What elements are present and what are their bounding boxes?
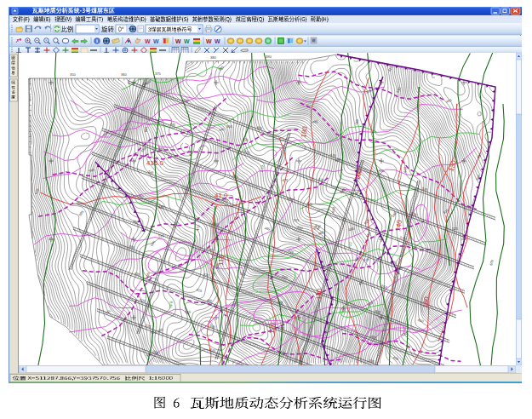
svg-text:515: 515 xyxy=(185,309,192,314)
svg-text:SF12: SF12 xyxy=(117,141,123,151)
svg-text:W: W xyxy=(206,38,212,44)
svg-text:W: W xyxy=(184,38,190,44)
svg-text:609: 609 xyxy=(489,259,495,266)
svg-text:180: 180 xyxy=(300,125,309,138)
svg-text:550: 550 xyxy=(152,349,160,355)
svg-text:i: i xyxy=(96,37,98,43)
svg-text:F22: F22 xyxy=(347,241,352,249)
svg-text:450: 450 xyxy=(132,219,140,225)
svg-text:W: W xyxy=(153,38,159,44)
svg-text:390: 390 xyxy=(266,55,272,59)
svg-text:110: 110 xyxy=(217,254,226,266)
svg-text:590: 590 xyxy=(226,124,233,129)
svg-text:530: 530 xyxy=(239,271,247,277)
svg-text:480: 480 xyxy=(213,221,220,227)
svg-text:620: 620 xyxy=(297,225,305,231)
svg-text:550: 550 xyxy=(381,284,389,290)
svg-text:545: 545 xyxy=(278,324,286,330)
svg-text:450: 450 xyxy=(287,197,294,202)
svg-text:485: 485 xyxy=(312,119,318,124)
svg-text:475: 475 xyxy=(283,178,289,182)
svg-text:495: 495 xyxy=(476,152,483,159)
svg-text:585: 585 xyxy=(354,118,359,125)
svg-text:525: 525 xyxy=(452,227,458,231)
svg-text:530: 530 xyxy=(209,324,217,330)
svg-text:W: W xyxy=(145,38,151,44)
svg-text:620: 620 xyxy=(34,187,40,195)
svg-text:460: 460 xyxy=(365,231,372,238)
svg-text:510: 510 xyxy=(443,208,450,215)
svg-text:140: 140 xyxy=(315,288,323,301)
svg-text:41.0: 41.0 xyxy=(215,192,228,199)
svg-text:W: W xyxy=(175,38,181,44)
svg-text:450: 450 xyxy=(369,334,377,340)
svg-text:W: W xyxy=(215,38,220,44)
svg-text:610: 610 xyxy=(232,173,240,179)
svg-text:515: 515 xyxy=(158,233,165,238)
svg-text:625: 625 xyxy=(363,218,371,226)
svg-text:615: 615 xyxy=(196,288,203,294)
svg-text:580: 580 xyxy=(150,239,157,247)
svg-text:380: 380 xyxy=(210,55,216,60)
svg-text:490: 490 xyxy=(341,306,346,313)
svg-text:495: 495 xyxy=(279,350,287,356)
svg-text:515: 515 xyxy=(294,218,300,222)
svg-text:495: 495 xyxy=(145,272,151,278)
svg-text:545: 545 xyxy=(391,210,398,218)
svg-text:120: 120 xyxy=(268,322,276,334)
svg-text:600: 600 xyxy=(417,318,424,324)
svg-text:545: 545 xyxy=(147,169,155,175)
svg-text:535: 535 xyxy=(158,204,165,210)
svg-text:180: 180 xyxy=(421,296,431,308)
svg-text:140: 140 xyxy=(394,219,403,232)
svg-text:470: 470 xyxy=(195,224,201,232)
svg-text:465: 465 xyxy=(264,226,272,232)
svg-text:485: 485 xyxy=(169,122,177,128)
svg-text:SF9: SF9 xyxy=(169,301,174,308)
svg-text:595: 595 xyxy=(77,210,85,217)
svg-text:450: 450 xyxy=(378,169,385,173)
svg-text:415.0: 415.0 xyxy=(146,159,164,167)
svg-text:580: 580 xyxy=(217,65,225,72)
svg-text:610: 610 xyxy=(331,206,336,213)
svg-text:610: 610 xyxy=(403,166,407,173)
svg-text:455: 455 xyxy=(243,137,249,142)
svg-text:360: 360 xyxy=(121,72,127,77)
svg-text:F19: F19 xyxy=(260,164,265,172)
svg-text:595: 595 xyxy=(369,358,376,364)
svg-text:375: 375 xyxy=(155,72,161,76)
svg-text:615: 615 xyxy=(151,330,157,334)
svg-text:550: 550 xyxy=(140,146,147,153)
svg-text:350: 350 xyxy=(70,72,76,77)
